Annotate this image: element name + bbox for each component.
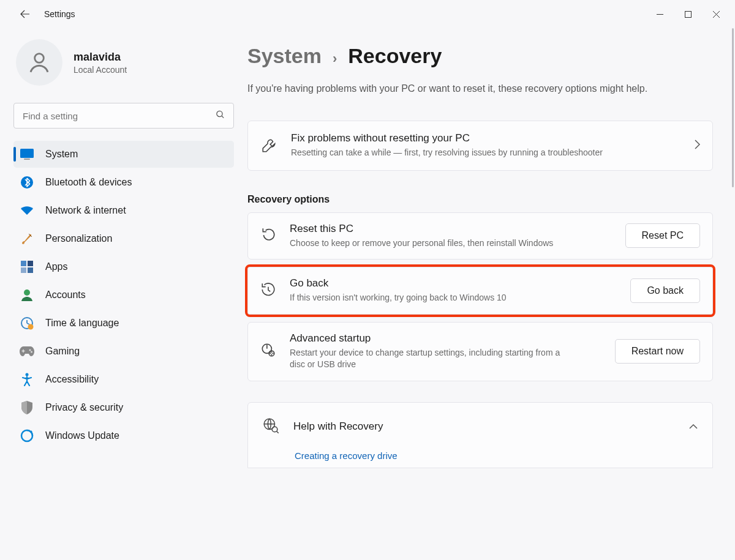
sidebar-item-label: Bluetooth & devices bbox=[45, 177, 132, 188]
svg-rect-3 bbox=[20, 149, 34, 158]
sidebar-item-label: Personalization bbox=[45, 233, 112, 244]
fix-problems-sub: Resetting can take a while — first, try … bbox=[291, 147, 603, 159]
wifi-icon bbox=[20, 203, 34, 218]
advanced-sub: Restart your device to change startup se… bbox=[290, 347, 571, 371]
reset-pc-card: Reset this PC Choose to keep or remove y… bbox=[247, 212, 713, 260]
maximize-button[interactable] bbox=[674, 4, 702, 24]
svg-point-14 bbox=[31, 351, 32, 353]
back-button[interactable] bbox=[15, 4, 36, 24]
sidebar-item-update[interactable]: Windows Update bbox=[13, 422, 234, 449]
help-links: Creating a recovery drive bbox=[263, 450, 698, 468]
restart-now-button[interactable]: Restart now bbox=[615, 339, 700, 364]
fix-problems-card[interactable]: Fix problems without resetting your PC R… bbox=[247, 121, 713, 171]
sidebar-item-accounts[interactable]: Accounts bbox=[13, 282, 234, 308]
svg-point-20 bbox=[272, 427, 277, 432]
search-input[interactable] bbox=[13, 103, 234, 129]
chevron-right-icon bbox=[694, 140, 700, 152]
go-back-sub: If this version isn't working, try going… bbox=[290, 292, 571, 304]
gamepad-icon bbox=[20, 344, 34, 359]
search-container bbox=[13, 103, 234, 129]
recovery-options-heading: Recovery options bbox=[247, 194, 713, 205]
update-icon bbox=[20, 428, 34, 443]
back-arrow-icon bbox=[20, 9, 30, 19]
reset-title: Reset this PC bbox=[290, 223, 612, 235]
help-card: Help with Recovery Creating a recovery d… bbox=[247, 402, 713, 468]
svg-point-2 bbox=[217, 111, 222, 116]
user-icon bbox=[26, 50, 52, 75]
maximize-icon bbox=[685, 11, 692, 18]
power-settings-icon bbox=[260, 342, 276, 360]
chevron-right-icon: › bbox=[333, 51, 337, 67]
sidebar-item-system[interactable]: System bbox=[13, 141, 234, 168]
advanced-title: Advanced startup bbox=[290, 332, 601, 345]
bluetooth-icon bbox=[20, 175, 34, 190]
close-icon bbox=[713, 11, 720, 18]
nav: System Bluetooth & devices Network & int… bbox=[13, 141, 240, 449]
apps-icon bbox=[20, 259, 34, 274]
settings-window: Settings malavida Local Account bbox=[0, 0, 735, 560]
sidebar-item-label: Privacy & security bbox=[45, 402, 123, 413]
sidebar-item-bluetooth[interactable]: Bluetooth & devices bbox=[13, 169, 234, 196]
wrench-icon bbox=[260, 137, 277, 154]
profile-name: malavida bbox=[74, 51, 127, 64]
sidebar-item-label: Network & internet bbox=[45, 205, 126, 216]
history-icon bbox=[260, 282, 276, 300]
breadcrumb-parent[interactable]: System bbox=[247, 44, 322, 68]
sidebar-item-personalization[interactable]: Personalization bbox=[13, 225, 234, 252]
sidebar: malavida Local Account System Bluetooth … bbox=[0, 28, 244, 560]
sidebar-item-privacy[interactable]: Privacy & security bbox=[13, 394, 234, 421]
sidebar-item-apps[interactable]: Apps bbox=[13, 253, 234, 280]
sidebar-item-label: Accounts bbox=[45, 289, 86, 301]
go-back-title: Go back bbox=[290, 277, 617, 289]
reset-icon bbox=[260, 226, 276, 245]
sidebar-item-label: System bbox=[45, 149, 78, 160]
go-back-button[interactable]: Go back bbox=[630, 278, 700, 303]
help-header[interactable]: Help with Recovery bbox=[263, 417, 698, 436]
svg-point-10 bbox=[24, 289, 30, 296]
page-title: Recovery bbox=[348, 44, 442, 68]
sidebar-item-time[interactable]: Time & language bbox=[13, 310, 234, 337]
svg-point-1 bbox=[35, 54, 44, 63]
sidebar-item-label: Time & language bbox=[45, 318, 119, 329]
go-back-card: Go back If this version isn't working, t… bbox=[247, 267, 713, 315]
sidebar-item-accessibility[interactable]: Accessibility bbox=[13, 366, 234, 393]
fix-problems-title: Fix problems without resetting your PC bbox=[291, 132, 603, 144]
breadcrumb: System › Recovery bbox=[247, 44, 713, 68]
close-button[interactable] bbox=[702, 4, 730, 24]
svg-rect-9 bbox=[28, 267, 33, 273]
avatar bbox=[16, 39, 62, 86]
help-title: Help with Recovery bbox=[293, 420, 674, 433]
sidebar-item-label: Accessibility bbox=[45, 374, 99, 385]
reset-pc-button[interactable]: Reset PC bbox=[625, 223, 700, 248]
app-title: Settings bbox=[44, 9, 75, 19]
window-controls bbox=[646, 4, 730, 24]
accessibility-icon bbox=[20, 372, 34, 387]
profile-text: malavida Local Account bbox=[74, 51, 127, 75]
sidebar-item-label: Apps bbox=[45, 261, 67, 272]
sidebar-item-network[interactable]: Network & internet bbox=[13, 197, 234, 224]
svg-point-13 bbox=[29, 349, 31, 351]
svg-rect-6 bbox=[21, 261, 26, 266]
svg-rect-0 bbox=[685, 11, 691, 17]
svg-point-15 bbox=[26, 373, 29, 376]
fix-problems-text: Fix problems without resetting your PC R… bbox=[291, 132, 603, 159]
main-content: System › Recovery If you're having probl… bbox=[244, 28, 735, 560]
scrollbar[interactable] bbox=[732, 28, 734, 187]
minimize-button[interactable] bbox=[646, 4, 674, 24]
clock-globe-icon bbox=[20, 316, 34, 330]
minimize-icon bbox=[657, 11, 663, 18]
svg-rect-7 bbox=[28, 261, 33, 266]
profile[interactable]: malavida Local Account bbox=[13, 39, 240, 86]
paintbrush-icon bbox=[20, 231, 34, 246]
chevron-up-icon bbox=[689, 421, 698, 432]
reset-sub: Choose to keep or remove your personal f… bbox=[290, 237, 571, 250]
help-link-recovery-drive[interactable]: Creating a recovery drive bbox=[295, 450, 398, 461]
profile-sub: Local Account bbox=[74, 65, 127, 75]
advanced-startup-card: Advanced startup Restart your device to … bbox=[247, 322, 713, 381]
sidebar-item-label: Windows Update bbox=[45, 430, 119, 441]
search-icon bbox=[215, 110, 225, 122]
sidebar-item-gaming[interactable]: Gaming bbox=[13, 338, 234, 365]
svg-rect-8 bbox=[21, 267, 26, 273]
titlebar: Settings bbox=[0, 0, 735, 28]
page-description: If you're having problems with your PC o… bbox=[247, 81, 688, 96]
